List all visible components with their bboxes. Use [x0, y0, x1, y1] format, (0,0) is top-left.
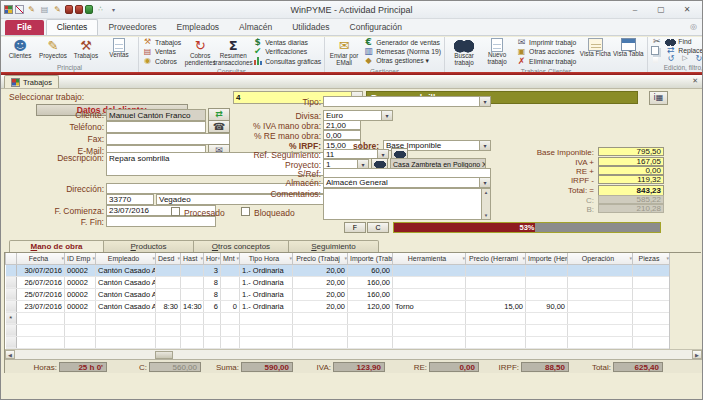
grid-cell[interactable]: [466, 276, 526, 288]
grid-cell[interactable]: 60,00: [348, 264, 393, 276]
grid-cell[interactable]: [633, 288, 670, 300]
grid-header-hor[interactable]: Hor▾: [204, 253, 221, 264]
grid-cell[interactable]: Cantón Casado Alba: [96, 288, 156, 300]
grid-cell[interactable]: [568, 312, 633, 324]
mano-de-obra-grid[interactable]: Fecha▾ID Emp▾Empleado▾Desd▾Hast▾Hor▾Mnt▾…: [5, 253, 670, 349]
grid-cell[interactable]: [181, 264, 204, 276]
ribbon-button-eliminar-trabajo[interactable]: ✗Eliminar trabajo: [516, 57, 576, 65]
grid-cell[interactable]: [65, 336, 96, 348]
grid-cell[interactable]: [65, 312, 96, 324]
grid-cell[interactable]: [633, 312, 670, 324]
ribbon-button-otras-acciones[interactable]: ▣Otras acciones: [516, 48, 576, 56]
grid-cell[interactable]: [466, 324, 526, 336]
grid-cell[interactable]: [181, 288, 204, 300]
grid-cell[interactable]: [293, 324, 348, 336]
bloqueado-checkbox[interactable]: [241, 207, 250, 216]
grid-header-desd[interactable]: Desd▾: [156, 253, 181, 264]
table-row[interactable]: 26/07/201600002Cantón Casado Alba81.- Or…: [6, 276, 670, 288]
grid-cell[interactable]: [156, 288, 181, 300]
grid-cell[interactable]: [393, 264, 466, 276]
grid-cell[interactable]: Cantón Casado Alba: [96, 276, 156, 288]
grid-cell[interactable]: 1.- Ordinaria: [240, 276, 293, 288]
pointer-icon[interactable]: ▷: [679, 54, 690, 64]
ribbon-button-ventas-diarias[interactable]: $Ventas diarias: [252, 38, 321, 46]
grid-cell[interactable]: [633, 276, 670, 288]
redo-icon[interactable]: ↻: [693, 54, 703, 64]
tipo-combo[interactable]: ▾: [323, 96, 491, 107]
grid-cell[interactable]: [204, 312, 221, 324]
grid-cell[interactable]: 00002: [65, 276, 96, 288]
grid-header-id-emp[interactable]: ID Emp▾: [65, 253, 96, 264]
grid-header-piezas[interactable]: Piezas▾: [633, 253, 670, 264]
ribbon-button-buscar-trabajo[interactable]: Buscar trabajo: [448, 37, 480, 67]
grid-cell[interactable]: 120,00: [348, 300, 393, 312]
ribbon-tab-configuración[interactable]: Configuración: [340, 20, 412, 35]
ribbon-button-nuevo-trabajo[interactable]: Nuevo trabajo: [481, 37, 513, 67]
ribbon-button-vista-tabla[interactable]: Vista Tabla: [612, 37, 644, 67]
ribbon-button-resumen-transacciones[interactable]: ΣResumen transacciones: [217, 37, 249, 67]
ribbon-button-verificaciones[interactable]: ✔Verificaciones: [252, 48, 321, 56]
cliente-field[interactable]: Manuel Cantón Franco: [106, 109, 206, 121]
grid-cell[interactable]: 160,00: [348, 288, 393, 300]
chevron-down-icon[interactable]: ▾: [357, 160, 368, 168]
grid-cell[interactable]: 1.- Ordinaria: [240, 300, 293, 312]
grid-cell[interactable]: [348, 324, 393, 336]
grid-cell[interactable]: [466, 312, 526, 324]
maximize-button[interactable]: ▢: [648, 1, 674, 17]
grid-cell[interactable]: [221, 264, 240, 276]
cp-field[interactable]: 33770: [106, 194, 154, 205]
grid-cell[interactable]: 30/07/2016: [17, 264, 65, 276]
scroll-right-icon[interactable]: ▶: [692, 350, 702, 359]
scrollbar-thumb[interactable]: [155, 351, 173, 359]
ribbon-button-paste[interactable]: [651, 55, 662, 63]
almacen-combo[interactable]: Almacén General ▾: [323, 177, 491, 188]
grid-cell[interactable]: 23/07/2016: [17, 300, 65, 312]
grid-cell[interactable]: [466, 288, 526, 300]
grid-header-tipo-hora[interactable]: Tipo Hora▾: [240, 253, 293, 264]
close-button[interactable]: ✕: [674, 1, 700, 17]
chevron-down-icon[interactable]: ▾: [381, 111, 392, 120]
grid-cell[interactable]: 14:30: [181, 300, 204, 312]
grid-cell[interactable]: [526, 312, 568, 324]
ribbon-button-proyectos[interactable]: ✎Proyectos: [37, 37, 69, 63]
grid-cell[interactable]: [181, 312, 204, 324]
grid-cell[interactable]: 15,00: [466, 300, 526, 312]
row-selector[interactable]: *: [6, 312, 17, 324]
ribbon-button-vista-ficha[interactable]: Vista Ficha: [579, 37, 611, 67]
grid-cell[interactable]: [568, 300, 633, 312]
grid-cell[interactable]: [568, 288, 633, 300]
chevron-down-icon[interactable]: ▾: [479, 141, 490, 150]
grid-cell[interactable]: [65, 324, 96, 336]
ribbon-tab-almacén[interactable]: Almacén: [229, 20, 282, 35]
grid-cell[interactable]: [293, 336, 348, 348]
ribbon-button-otras-gestiones[interactable]: ◆Otras gestiones ▾: [363, 57, 441, 65]
grid-header-empleado[interactable]: Empleado▾: [96, 253, 156, 264]
ribbon-tab-empleados[interactable]: Empleados: [167, 20, 230, 35]
grid-cell[interactable]: [17, 324, 65, 336]
grid-cell[interactable]: [633, 324, 670, 336]
grid-cell[interactable]: 3: [204, 264, 221, 276]
grid-header-importe-herr[interactable]: Importe (Herr▾: [526, 253, 568, 264]
grid-select-all[interactable]: [6, 253, 17, 264]
grid-cell[interactable]: [466, 264, 526, 276]
grid-cell[interactable]: 8: [204, 288, 221, 300]
scroll-down-icon[interactable]: ▼: [484, 213, 488, 218]
ribbon-tab-file[interactable]: File: [5, 20, 44, 35]
grid-cell[interactable]: 160,00: [348, 276, 393, 288]
ribbon-button-remesas-norma-19[interactable]: ▥Remesas (Norma 19): [363, 48, 441, 56]
grid-cell[interactable]: [240, 312, 293, 324]
grid-header-hast[interactable]: Hast▾: [181, 253, 204, 264]
grid-cell[interactable]: [181, 336, 204, 348]
grid-cell[interactable]: Torno: [393, 300, 466, 312]
grid-cell[interactable]: [221, 288, 240, 300]
grid-cell[interactable]: [568, 264, 633, 276]
ribbon-button-copy[interactable]: [651, 46, 662, 54]
grid-cell[interactable]: 00002: [65, 300, 96, 312]
grid-cell[interactable]: [633, 264, 670, 276]
grid-cell[interactable]: [293, 312, 348, 324]
progress-c-button[interactable]: C: [367, 222, 389, 233]
grid-cell[interactable]: [393, 288, 466, 300]
grid-cell[interactable]: [96, 324, 156, 336]
ribbon-button-cobros-pendientes[interactable]: ↻Cobros pendientes: [184, 37, 216, 67]
chevron-down-icon[interactable]: ▾: [377, 150, 388, 158]
